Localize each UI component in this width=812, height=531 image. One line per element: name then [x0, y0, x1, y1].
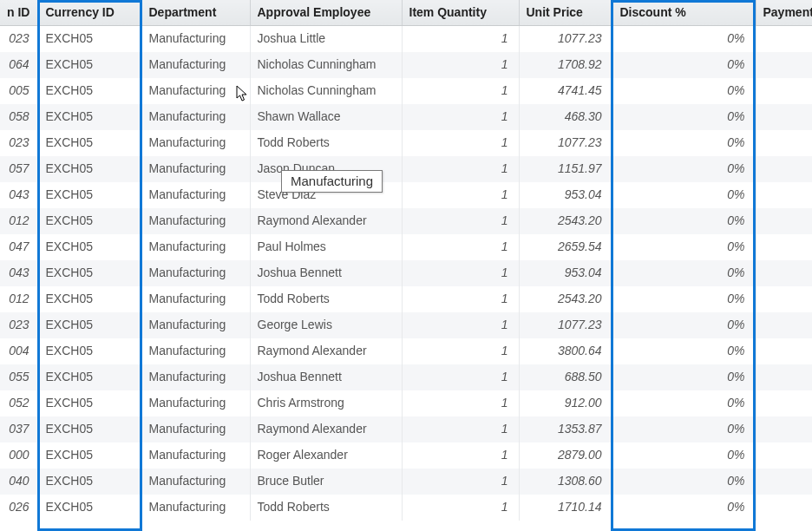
cell-currency-id[interactable]: EXCH05 [38, 26, 141, 52]
cell-department[interactable]: Manufacturing [141, 52, 250, 78]
cell-approval-employee[interactable]: Roger Alexander [250, 442, 402, 469]
cell-discount[interactable]: 0% [612, 130, 756, 156]
cell-approval-employee[interactable]: Raymond Alexander [250, 416, 402, 442]
cell-payment[interactable] [756, 495, 812, 521]
cell-discount[interactable]: 0% [612, 312, 756, 338]
cell-unit-price[interactable]: 1151.97 [519, 156, 612, 182]
col-header-unit-price[interactable]: Unit Price [519, 0, 612, 26]
cell-payment[interactable] [756, 364, 812, 390]
cell-discount[interactable]: 0% [612, 26, 756, 52]
cell-currency-id[interactable]: EXCH05 [38, 182, 141, 208]
cell-item-id[interactable]: 005 [0, 78, 38, 104]
cell-department[interactable]: Manufacturing [141, 312, 250, 338]
cell-discount[interactable]: 0% [612, 338, 756, 364]
cell-unit-price[interactable]: 2879.00 [519, 442, 612, 469]
cell-approval-employee[interactable]: George Lewis [250, 312, 402, 338]
cell-department[interactable]: Manufacturing [141, 338, 250, 364]
cell-item-quantity[interactable]: 1 [402, 156, 519, 182]
cell-payment[interactable] [756, 234, 812, 260]
table-row[interactable]: 064EXCH05ManufacturingNicholas Cunningha… [0, 52, 812, 78]
cell-payment[interactable] [756, 208, 812, 234]
table-row[interactable]: 043EXCH05ManufacturingSteve Diaz1953.040… [0, 182, 812, 208]
cell-department[interactable]: Manufacturing [141, 130, 250, 156]
cell-item-quantity[interactable]: 1 [402, 182, 519, 208]
cell-unit-price[interactable]: 953.04 [519, 260, 612, 286]
cell-currency-id[interactable]: EXCH05 [38, 260, 141, 286]
table-row[interactable]: 026EXCH05ManufacturingTodd Roberts11710.… [0, 495, 812, 521]
cell-payment[interactable] [756, 390, 812, 416]
cell-item-id[interactable]: 000 [0, 442, 38, 469]
cell-discount[interactable]: 0% [612, 442, 756, 469]
cell-payment[interactable] [756, 312, 812, 338]
cell-approval-employee[interactable]: Todd Roberts [250, 495, 402, 521]
cell-unit-price[interactable]: 1353.87 [519, 416, 612, 442]
cell-currency-id[interactable]: EXCH05 [38, 208, 141, 234]
cell-department[interactable]: Manufacturing [141, 26, 250, 52]
cell-approval-employee[interactable]: Joshua Bennett [250, 260, 402, 286]
cell-item-quantity[interactable]: 1 [402, 416, 519, 442]
col-header-approval-employee[interactable]: Approval Employee [250, 0, 402, 26]
cell-unit-price[interactable]: 4741.45 [519, 78, 612, 104]
cell-discount[interactable]: 0% [612, 260, 756, 286]
cell-unit-price[interactable]: 2543.20 [519, 286, 612, 312]
cell-discount[interactable]: 0% [612, 156, 756, 182]
cell-discount[interactable]: 0% [612, 234, 756, 260]
cell-currency-id[interactable]: EXCH05 [38, 130, 141, 156]
cell-item-id[interactable]: 043 [0, 182, 38, 208]
table-row[interactable]: 023EXCH05ManufacturingTodd Roberts11077.… [0, 130, 812, 156]
table-row[interactable]: 040EXCH05ManufacturingBruce Butler11308.… [0, 469, 812, 495]
cell-approval-employee[interactable]: Joshua Bennett [250, 364, 402, 390]
cell-payment[interactable] [756, 286, 812, 312]
cell-currency-id[interactable]: EXCH05 [38, 52, 141, 78]
cell-currency-id[interactable]: EXCH05 [38, 338, 141, 364]
cell-department[interactable]: Manufacturing [141, 208, 250, 234]
cell-currency-id[interactable]: EXCH05 [38, 495, 141, 521]
cell-currency-id[interactable]: EXCH05 [38, 156, 141, 182]
cell-unit-price[interactable]: 688.50 [519, 364, 612, 390]
cell-item-quantity[interactable]: 1 [402, 130, 519, 156]
cell-approval-employee[interactable]: Joshua Little [250, 26, 402, 52]
table-row[interactable]: 023EXCH05ManufacturingJoshua Little11077… [0, 26, 812, 52]
cell-item-id[interactable]: 052 [0, 390, 38, 416]
cell-item-id[interactable]: 057 [0, 156, 38, 182]
cell-department[interactable]: Manufacturing [141, 469, 250, 495]
cell-item-id[interactable]: 040 [0, 469, 38, 495]
cell-currency-id[interactable]: EXCH05 [38, 234, 141, 260]
table-row[interactable]: 004EXCH05ManufacturingRaymond Alexander1… [0, 338, 812, 364]
cell-approval-employee[interactable]: Chris Armstrong [250, 390, 402, 416]
cell-item-id[interactable]: 064 [0, 52, 38, 78]
cell-item-id[interactable]: 023 [0, 26, 38, 52]
cell-discount[interactable]: 0% [612, 52, 756, 78]
cell-payment[interactable] [756, 469, 812, 495]
cell-item-id[interactable]: 012 [0, 286, 38, 312]
cell-unit-price[interactable]: 953.04 [519, 182, 612, 208]
cell-department[interactable]: Manufacturing [141, 104, 250, 130]
cell-item-id[interactable]: 058 [0, 104, 38, 130]
cell-approval-employee[interactable]: Paul Holmes [250, 234, 402, 260]
cell-unit-price[interactable]: 2659.54 [519, 234, 612, 260]
cell-unit-price[interactable]: 1077.23 [519, 26, 612, 52]
col-header-currency-id[interactable]: Currency ID [38, 0, 141, 26]
cell-currency-id[interactable]: EXCH05 [38, 104, 141, 130]
cell-discount[interactable]: 0% [612, 364, 756, 390]
cell-unit-price[interactable]: 1308.60 [519, 469, 612, 495]
cell-department[interactable]: Manufacturing [141, 286, 250, 312]
cell-item-id[interactable]: 043 [0, 260, 38, 286]
table-row[interactable]: 055EXCH05ManufacturingJoshua Bennett1688… [0, 364, 812, 390]
cell-item-quantity[interactable]: 1 [402, 286, 519, 312]
cell-item-quantity[interactable]: 1 [402, 469, 519, 495]
cell-payment[interactable] [756, 156, 812, 182]
cell-item-quantity[interactable]: 1 [402, 260, 519, 286]
table-row[interactable]: 012EXCH05ManufacturingTodd Roberts12543.… [0, 286, 812, 312]
table-row[interactable]: 047EXCH05ManufacturingPaul Holmes12659.5… [0, 234, 812, 260]
cell-item-id[interactable]: 023 [0, 312, 38, 338]
cell-currency-id[interactable]: EXCH05 [38, 78, 141, 104]
cell-discount[interactable]: 0% [612, 78, 756, 104]
cell-payment[interactable] [756, 260, 812, 286]
cell-discount[interactable]: 0% [612, 286, 756, 312]
cell-department[interactable]: Manufacturing [141, 78, 250, 104]
cell-currency-id[interactable]: EXCH05 [38, 364, 141, 390]
col-header-department[interactable]: Department [141, 0, 250, 26]
cell-approval-employee[interactable]: Nicholas Cunningham [250, 78, 402, 104]
table-row[interactable]: 000EXCH05ManufacturingRoger Alexander128… [0, 442, 812, 469]
